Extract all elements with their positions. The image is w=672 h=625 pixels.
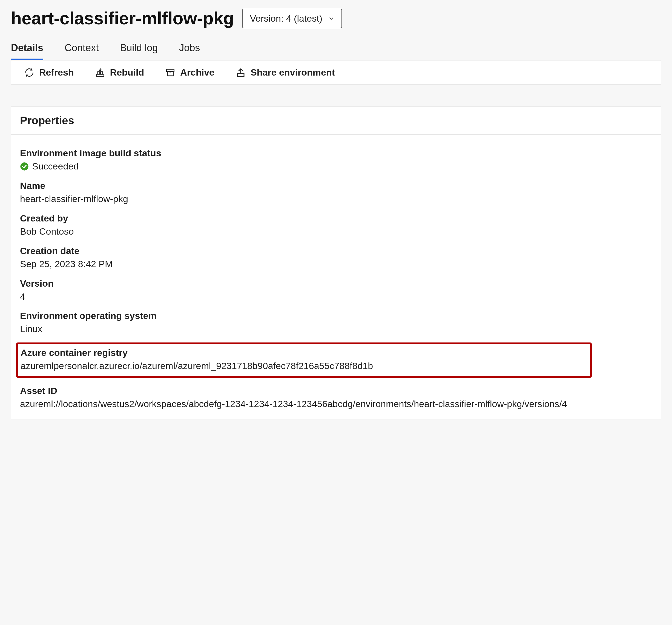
build-status-value: Succeeded <box>32 160 79 173</box>
share-label: Share environment <box>250 67 335 78</box>
os-value: Linux <box>20 323 652 335</box>
header: heart-classifier-mlflow-pkg Version: 4 (… <box>11 3 661 28</box>
page-title: heart-classifier-mlflow-pkg <box>11 8 234 28</box>
refresh-icon <box>24 68 34 77</box>
created-by-label: Created by <box>20 213 652 224</box>
svg-rect-2 <box>100 72 103 74</box>
tab-details[interactable]: Details <box>11 42 43 60</box>
rebuild-button[interactable]: Rebuild <box>95 67 144 78</box>
rebuild-icon <box>95 68 105 77</box>
tab-build-log[interactable]: Build log <box>120 42 158 60</box>
asset-id-value: azureml://locations/westus2/workspaces/a… <box>20 398 652 410</box>
field-creation-date: Creation date Sep 25, 2023 8:42 PM <box>20 245 652 270</box>
field-build-status: Environment image build status Succeeded <box>20 148 652 173</box>
tab-jobs[interactable]: Jobs <box>179 42 200 60</box>
refresh-button[interactable]: Refresh <box>24 67 74 78</box>
share-environment-button[interactable]: Share environment <box>236 67 335 78</box>
svg-rect-5 <box>168 71 173 76</box>
svg-point-9 <box>20 162 28 170</box>
svg-rect-1 <box>98 72 100 74</box>
field-acr: Azure container registry azuremlpersonal… <box>21 347 587 372</box>
creation-date-label: Creation date <box>20 245 652 256</box>
chevron-down-icon <box>328 15 334 21</box>
creation-date-value: Sep 25, 2023 8:42 PM <box>20 258 652 270</box>
build-status-label: Environment image build status <box>20 148 652 159</box>
refresh-label: Refresh <box>39 67 74 78</box>
archive-button[interactable]: Archive <box>165 67 214 78</box>
properties-body: Environment image build status Succeeded… <box>11 135 661 419</box>
tab-context[interactable]: Context <box>65 42 99 60</box>
properties-card: Properties Environment image build statu… <box>11 106 661 419</box>
archive-label: Archive <box>180 67 214 78</box>
name-value: heart-classifier-mlflow-pkg <box>20 193 652 205</box>
field-os: Environment operating system Linux <box>20 310 652 335</box>
created-by-value: Bob Contoso <box>20 225 652 238</box>
version-selector-label: Version: 4 (latest) <box>250 13 322 24</box>
share-icon <box>236 68 246 77</box>
highlighted-acr-box: Azure container registry azuremlpersonal… <box>16 342 592 378</box>
acr-value: azuremlpersonalcr.azurecr.io/azureml/azu… <box>21 360 587 372</box>
svg-rect-8 <box>237 74 244 76</box>
success-check-icon <box>20 162 29 171</box>
build-status-value-row: Succeeded <box>20 160 652 173</box>
properties-header: Properties <box>11 107 661 135</box>
version-label: Version <box>20 278 652 289</box>
field-name: Name heart-classifier-mlflow-pkg <box>20 181 652 205</box>
rebuild-label: Rebuild <box>110 67 144 78</box>
version-selector[interactable]: Version: 4 (latest) <box>242 9 342 28</box>
tabs: Details Context Build log Jobs <box>11 28 661 60</box>
field-asset-id: Asset ID azureml://locations/westus2/wor… <box>20 385 652 410</box>
asset-id-label: Asset ID <box>20 385 652 396</box>
name-label: Name <box>20 181 652 191</box>
toolbar: Refresh Rebuild Archive Share environmen… <box>11 60 661 85</box>
os-label: Environment operating system <box>20 310 652 321</box>
field-version: Version 4 <box>20 278 652 303</box>
version-value: 4 <box>20 290 652 303</box>
acr-label: Azure container registry <box>21 347 587 358</box>
field-created-by: Created by Bob Contoso <box>20 213 652 238</box>
archive-icon <box>165 68 175 77</box>
